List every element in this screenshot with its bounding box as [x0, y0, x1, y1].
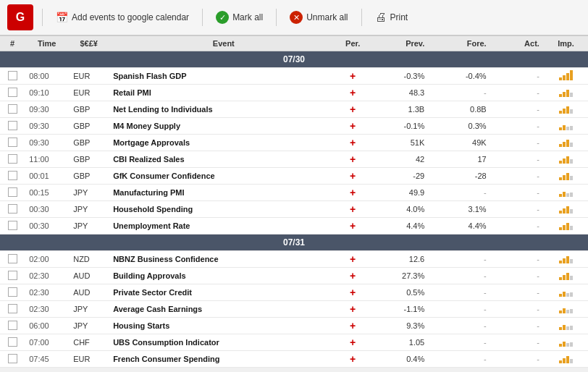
row-event: Manufacturing PMI: [109, 185, 338, 201]
row-time: 00:30: [25, 218, 69, 234]
row-per[interactable]: +: [339, 168, 367, 185]
add-to-calendar-icon[interactable]: +: [350, 353, 356, 365]
row-checkbox-cell[interactable]: [0, 318, 25, 334]
row-time: 07:45: [25, 351, 69, 368]
row-per[interactable]: +: [339, 201, 367, 218]
row-event: Unemployment Rate: [109, 218, 338, 234]
row-checkbox-cell[interactable]: [0, 284, 25, 301]
row-checkbox[interactable]: [8, 204, 17, 214]
row-checkbox[interactable]: [8, 321, 17, 330]
row-checkbox[interactable]: [8, 71, 17, 80]
row-per[interactable]: +: [339, 101, 367, 118]
act-value: -: [537, 72, 539, 80]
row-checkbox-cell[interactable]: [0, 185, 25, 201]
act-value: -: [537, 88, 539, 97]
row-checkbox[interactable]: [8, 354, 17, 363]
row-checkbox[interactable]: [8, 221, 17, 230]
row-per[interactable]: +: [339, 268, 367, 284]
row-checkbox[interactable]: [8, 88, 17, 97]
row-checkbox[interactable]: [8, 121, 17, 130]
row-per[interactable]: +: [339, 185, 367, 201]
add-to-calendar-icon[interactable]: +: [350, 153, 356, 165]
row-checkbox-cell[interactable]: [0, 251, 25, 268]
add-to-calendar-icon[interactable]: +: [350, 137, 356, 148]
separator-3: [276, 9, 277, 26]
table-row: 00:15 JPY Manufacturing PMI + 49.9 - -: [0, 185, 588, 201]
row-per[interactable]: +: [339, 284, 367, 301]
act-value: -: [537, 122, 539, 130]
add-to-calendar-icon[interactable]: +: [350, 287, 356, 298]
row-time: 00:15: [25, 185, 69, 201]
add-calendar-button[interactable]: 📅 Add events to google calendar: [51, 10, 193, 25]
row-checkbox-cell[interactable]: [0, 301, 25, 318]
add-to-calendar-icon[interactable]: +: [350, 87, 356, 98]
row-checkbox[interactable]: [8, 304, 17, 313]
add-to-calendar-icon[interactable]: +: [350, 103, 356, 115]
separator-4: [361, 9, 362, 26]
add-to-calendar-icon[interactable]: +: [350, 187, 356, 198]
row-per[interactable]: +: [339, 251, 367, 268]
row-currency: JPY: [69, 318, 109, 334]
row-imp: [544, 318, 588, 334]
row-checkbox[interactable]: [8, 154, 17, 164]
row-per[interactable]: +: [339, 318, 367, 334]
row-checkbox[interactable]: [8, 287, 17, 297]
row-checkbox-cell[interactable]: [0, 68, 25, 85]
row-checkbox-cell[interactable]: [0, 268, 25, 284]
row-checkbox[interactable]: [8, 138, 17, 147]
row-checkbox[interactable]: [8, 187, 17, 197]
row-checkbox-cell[interactable]: [0, 168, 25, 185]
row-fore: -: [429, 301, 490, 318]
row-per[interactable]: +: [339, 135, 367, 151]
row-checkbox[interactable]: [8, 271, 17, 280]
importance-bars: [559, 320, 573, 330]
add-to-calendar-icon[interactable]: +: [350, 253, 356, 265]
row-checkbox-cell[interactable]: [0, 351, 25, 368]
row-checkbox-cell[interactable]: [0, 218, 25, 234]
row-event: Mortgage Approvals: [109, 135, 338, 151]
add-to-calendar-icon[interactable]: +: [350, 320, 356, 331]
add-to-calendar-icon[interactable]: +: [350, 170, 356, 182]
row-time: 08:00: [25, 68, 69, 85]
row-per[interactable]: +: [339, 218, 367, 234]
row-checkbox-cell[interactable]: [0, 135, 25, 151]
row-checkbox[interactable]: [8, 171, 17, 180]
row-checkbox-cell[interactable]: [0, 118, 25, 135]
mark-all-button[interactable]: ✓ Mark all: [211, 9, 267, 25]
header-fore: Fore.: [429, 36, 490, 51]
row-fore: 0.8B: [429, 101, 490, 118]
print-button[interactable]: 🖨 Print: [371, 9, 413, 25]
add-to-calendar-icon[interactable]: +: [350, 70, 356, 82]
row-checkbox-cell[interactable]: [0, 334, 25, 351]
add-to-calendar-icon[interactable]: +: [350, 270, 356, 282]
add-to-calendar-icon[interactable]: +: [350, 220, 356, 232]
row-per[interactable]: +: [339, 334, 367, 351]
row-time: 00:30: [25, 201, 69, 218]
row-per[interactable]: +: [339, 85, 367, 101]
add-to-calendar-icon[interactable]: +: [350, 337, 356, 348]
row-checkbox-cell[interactable]: [0, 101, 25, 118]
row-checkbox-cell[interactable]: [0, 151, 25, 168]
row-act: -: [491, 151, 544, 168]
row-checkbox[interactable]: [8, 337, 17, 347]
row-event: Spanish Flash GDP: [109, 68, 338, 85]
add-to-calendar-icon[interactable]: +: [350, 120, 356, 132]
row-checkbox-cell[interactable]: [0, 201, 25, 218]
row-checkbox[interactable]: [8, 254, 17, 263]
row-per[interactable]: +: [339, 68, 367, 85]
row-per[interactable]: +: [339, 351, 367, 368]
row-currency: AUD: [69, 268, 109, 284]
add-to-calendar-icon[interactable]: +: [350, 203, 356, 215]
row-prev: -1.1%: [367, 301, 429, 318]
table-row: 00:30 JPY Household Spending + 4.0% 3.1%…: [0, 201, 588, 218]
row-per[interactable]: +: [339, 151, 367, 168]
row-imp: [544, 284, 588, 301]
row-checkbox[interactable]: [8, 104, 17, 114]
add-to-calendar-icon[interactable]: +: [350, 303, 356, 315]
row-per[interactable]: +: [339, 118, 367, 135]
row-per[interactable]: +: [339, 301, 367, 318]
row-fore: 0.3%: [429, 118, 490, 135]
unmark-all-button[interactable]: ✕ Unmark all: [285, 9, 352, 25]
mark-all-icon: ✓: [216, 11, 229, 24]
row-checkbox-cell[interactable]: [0, 85, 25, 101]
